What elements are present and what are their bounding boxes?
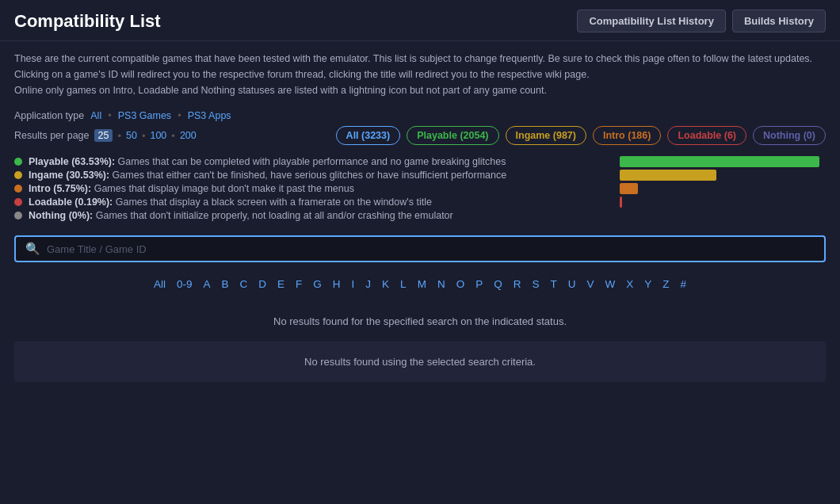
alpha-q[interactable]: Q [494,278,502,290]
alpha-y[interactable]: Y [644,278,651,290]
search-container: 🔍 [0,227,840,270]
alpha-i[interactable]: I [352,278,355,290]
header-buttons: Compatibility List History Builds Histor… [577,10,826,32]
nothing-dot [14,212,22,220]
legend-playable: Playable (63.53%): Games that can be com… [14,156,826,167]
legend-ingame-text: Ingame (30.53%): Games that either can't… [29,170,612,181]
alpha-all[interactable]: All [154,278,166,290]
no-results-criteria: No results found using the selected sear… [14,342,826,382]
legend-ingame: Ingame (30.53%): Games that either can't… [14,170,826,181]
alpha-m[interactable]: M [418,278,426,290]
alpha-o[interactable]: O [456,278,465,290]
alpha-g[interactable]: G [313,278,322,290]
results-100[interactable]: 100 [150,130,166,141]
alpha-s[interactable]: S [532,278,539,290]
badge-nothing[interactable]: Nothing (0) [753,126,826,145]
legend: Playable (63.53%): Games that can be com… [0,151,840,227]
badge-loadable[interactable]: Loadable (6) [667,126,746,145]
alpha-0-9[interactable]: 0-9 [177,278,193,290]
app-type-ps3-apps[interactable]: PS3 Apps [188,110,231,121]
ingame-bar-container [620,170,826,181]
alpha-k[interactable]: K [382,278,389,290]
results-per-page-row: Results per page 25 • 50 • 100 • 200 [14,129,197,142]
loadable-dot [14,198,22,206]
application-type-row: Application type All • PS3 Games • PS3 A… [0,105,840,124]
alpha-n[interactable]: N [437,278,445,290]
alpha-p[interactable]: P [475,278,483,290]
playable-dot [14,158,22,166]
compatibility-history-button[interactable]: Compatibility List History [577,10,725,32]
legend-intro-text: Intro (5.75%): Games that display image … [29,183,612,194]
alpha-b[interactable]: B [222,278,229,290]
nothing-bar-container [620,210,826,221]
badge-all[interactable]: All (3233) [336,126,401,145]
alpha-c[interactable]: C [240,278,248,290]
results-50[interactable]: 50 [126,130,137,141]
search-icon: 🔍 [25,242,40,256]
badge-intro[interactable]: Intro (186) [593,126,661,145]
legend-nothing-text: Nothing (0%): Games that don't initializ… [29,210,612,221]
alpha-r[interactable]: R [514,278,521,290]
description-line3: Online only games on Intro, Loadable and… [14,82,826,98]
results-25[interactable]: 25 [94,129,113,142]
description-line2: Clicking on a game's ID will redirect yo… [14,67,826,82]
playable-bar [620,156,819,167]
legend-nothing: Nothing (0%): Games that don't initializ… [14,210,826,221]
alpha-a[interactable]: A [204,278,211,290]
results-200[interactable]: 200 [180,130,197,141]
app-type-all[interactable]: All [90,110,101,121]
app-type-ps3-games[interactable]: PS3 Games [118,110,171,121]
ingame-bar [620,170,716,181]
legend-intro: Intro (5.75%): Games that display image … [14,183,826,194]
status-badges: All (3233) Playable (2054) Ingame (987) … [336,126,826,145]
intro-bar [620,183,638,194]
alpha-e[interactable]: E [277,278,284,290]
description-line1: These are the current compatible games t… [14,51,826,67]
legend-playable-text: Playable (63.53%): Games that can be com… [29,156,612,167]
alpha-d[interactable]: D [258,278,266,290]
alpha-v[interactable]: V [586,278,594,290]
alphabet-nav: All0-9ABCDEFGHIJKLMNOPQRSTUVWXYZ# [0,270,840,301]
alpha--[interactable]: # [680,278,686,290]
alpha-z[interactable]: Z [662,278,669,290]
alpha-x[interactable]: X [626,278,633,290]
alpha-t[interactable]: T [550,278,556,290]
alpha-u[interactable]: U [568,278,576,290]
ingame-dot [14,171,22,179]
no-results-status: No results found for the specified searc… [0,301,840,335]
intro-dot [14,185,22,193]
search-box: 🔍 [14,235,826,262]
alpha-f[interactable]: F [296,278,302,290]
loadable-bar-container [620,197,826,208]
legend-loadable-text: Loadable (0.19%): Games that display a b… [29,197,612,208]
badge-ingame[interactable]: Ingame (987) [506,126,586,145]
header: Compatibility List Compatibility List Hi… [0,0,840,41]
badge-playable[interactable]: Playable (2054) [407,126,498,145]
alpha-w[interactable]: W [605,278,615,290]
results-per-page-label: Results per page [14,130,90,141]
alpha-j[interactable]: J [365,278,371,290]
loadable-bar [620,197,622,208]
application-type-label: Application type [14,110,84,121]
builds-history-button[interactable]: Builds History [732,10,826,32]
search-input[interactable] [47,243,815,255]
alpha-l[interactable]: L [400,278,407,290]
alpha-h[interactable]: H [333,278,341,290]
description: These are the current compatible games t… [0,41,840,105]
intro-bar-container [620,183,826,194]
playable-bar-container [620,156,826,167]
legend-loadable: Loadable (0.19%): Games that display a b… [14,197,826,208]
page-title: Compatibility List [14,11,161,32]
